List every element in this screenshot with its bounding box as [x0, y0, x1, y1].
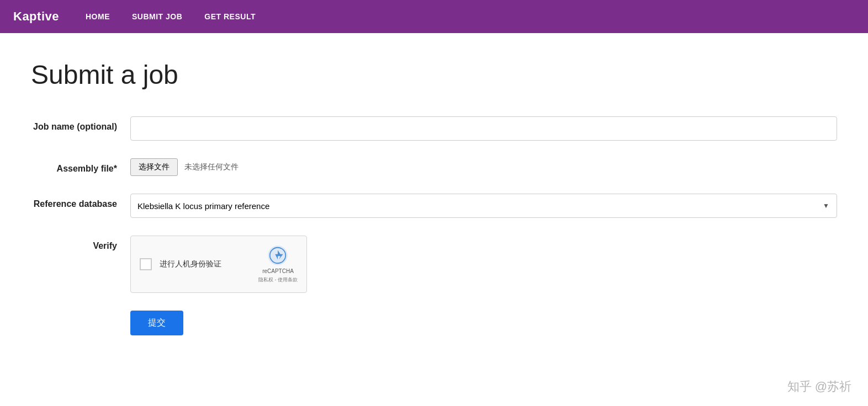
submit-label-spacer [31, 311, 130, 315]
choose-file-button[interactable]: 选择文件 [130, 158, 178, 176]
verify-label: Verify [31, 236, 130, 252]
captcha-right: reCAPTCHA 隐私权 - 使用条款 [258, 245, 298, 284]
nav-submit-job[interactable]: SUBMIT JOB [132, 12, 182, 21]
captcha-checkbox[interactable] [140, 258, 152, 270]
reference-database-control: Klebsiella K locus primary reference Kle… [130, 194, 837, 218]
recaptcha-sublinks: 隐私权 - 使用条款 [258, 276, 298, 284]
recaptcha-icon [267, 245, 288, 266]
nav-home[interactable]: HOME [86, 12, 110, 21]
file-input-wrap: 选择文件 未选择任何文件 [130, 158, 837, 176]
nav-get-result[interactable]: GET RESULT [204, 12, 256, 21]
navbar: Kaptive HOME SUBMIT JOB GET RESULT [0, 0, 868, 33]
submit-row: 提交 [31, 311, 837, 335]
page-title: Submit a job [31, 60, 837, 90]
reference-database-label: Reference database [31, 194, 130, 210]
verify-row: Verify 进行人机身份验证 reCAPTCHA [31, 236, 837, 293]
assembly-file-label: Assembly file* [31, 158, 130, 175]
recaptcha-privacy-link[interactable]: 隐私权 [258, 277, 273, 282]
submit-job-form: Job name (optional) Assembly file* 选择文件 … [31, 116, 837, 335]
job-name-label: Job name (optional) [31, 116, 130, 133]
assembly-file-row: Assembly file* 选择文件 未选择任何文件 [31, 158, 837, 176]
captcha-box: 进行人机身份验证 reCAPTCHA 隐私权 - [130, 236, 307, 293]
reference-database-select[interactable]: Klebsiella K locus primary reference Kle… [130, 194, 837, 218]
submit-button[interactable]: 提交 [130, 311, 183, 335]
job-name-input[interactable] [130, 116, 837, 141]
page-container: Submit a job Job name (optional) Assembl… [9, 33, 859, 375]
file-name-display: 未选择任何文件 [184, 162, 239, 172]
captcha-text: 进行人机身份验证 [160, 259, 221, 269]
select-wrapper: Klebsiella K locus primary reference Kle… [130, 194, 837, 218]
recaptcha-brand-label: reCAPTCHA [262, 268, 294, 274]
job-name-control [130, 116, 837, 141]
nav-links: HOME SUBMIT JOB GET RESULT [86, 12, 256, 21]
assembly-file-control: 选择文件 未选择任何文件 [130, 158, 837, 176]
reference-database-row: Reference database Klebsiella K locus pr… [31, 194, 837, 218]
recaptcha-terms-link[interactable]: 使用条款 [278, 277, 298, 282]
verify-control: 进行人机身份验证 reCAPTCHA 隐私权 - [130, 236, 837, 293]
captcha-left: 进行人机身份验证 [140, 258, 221, 270]
submit-control: 提交 [130, 311, 837, 335]
brand-logo[interactable]: Kaptive [13, 9, 59, 24]
job-name-row: Job name (optional) [31, 116, 837, 141]
